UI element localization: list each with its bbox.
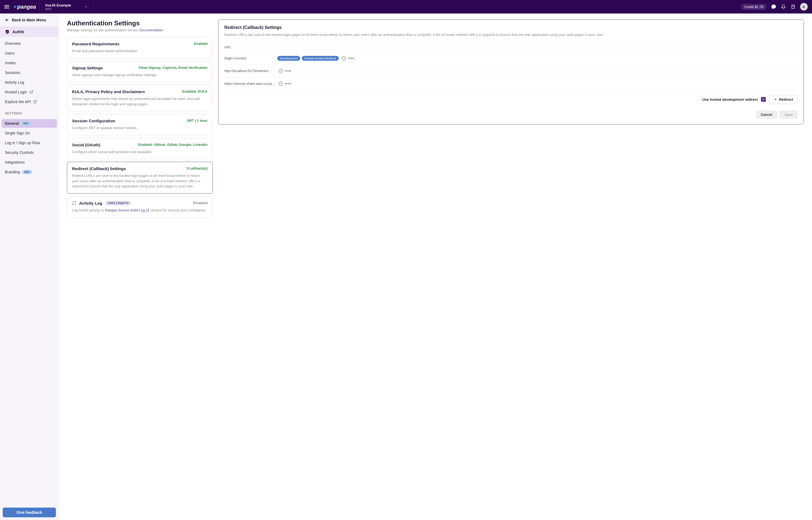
url-pill: Default Hosted Redirect (302, 56, 339, 61)
settings-card[interactable]: Social (OAuth)Enabled: Github, Gitlab, G… (67, 138, 213, 159)
sidebar-item-users[interactable]: Users (0, 48, 58, 58)
svg-line-6 (34, 100, 36, 102)
remove-url-icon[interactable] (278, 69, 283, 73)
remove-url-icon[interactable] (341, 56, 346, 61)
sidebar-item-sessions[interactable]: Sessions (0, 68, 58, 77)
card-desc: Email and password based authentication (72, 48, 208, 54)
page-subtitle: Manage settings for the authentication s… (67, 28, 213, 32)
sidebar-item-explore-the-api[interactable]: Explore the API (0, 97, 58, 107)
card-desc: Configure which social auth providers ar… (72, 149, 208, 155)
add-redirect-button[interactable]: Redirect (769, 95, 798, 104)
sidebar-item-integrations[interactable]: Integrations (0, 157, 58, 167)
uses-credits-badge: USES CREDITS (105, 201, 131, 205)
service-header: AuthN (0, 27, 58, 37)
card-title: Social (OAuth) (72, 142, 100, 147)
shield-check-icon (5, 29, 10, 34)
url-column-header: URL (224, 43, 798, 52)
card-status: Enabled (194, 42, 208, 46)
project-selector[interactable]: VueJS Example AWS (40, 2, 94, 12)
credit-badge[interactable]: Credit $2.76 (741, 4, 767, 10)
project-name: VueJS Example (45, 3, 71, 7)
more-options-icon[interactable]: ••• (286, 69, 291, 73)
more-options-icon[interactable]: ••• (286, 81, 291, 86)
hosted-redirect-checkbox[interactable]: ✓ (761, 97, 766, 102)
redirect-settings-panel: Redirect (Callback) Settings Redirect UR… (218, 20, 804, 125)
detail-desc: Redirect URLs are sent to the hosted log… (224, 32, 798, 37)
settings-card[interactable]: Session ConfigurationJWT | 1 hourConfigu… (67, 114, 213, 135)
sidebar-item-overview[interactable]: Overview (0, 38, 58, 48)
save-button: Save (780, 110, 798, 119)
sidebar-item-branding[interactable]: BrandingDEV (0, 167, 58, 177)
card-status: Allow Signup, Captcha, Email Verificatio… (138, 66, 208, 70)
url-pill: Development (277, 56, 300, 61)
sidebar-item-single-sign-on[interactable]: Single Sign On (0, 128, 58, 138)
card-title: Password Requirements (72, 42, 119, 46)
docs-icon[interactable] (790, 4, 796, 9)
sidebar-item-activity-log[interactable]: Activity Log (0, 77, 58, 87)
project-sub: AWS (45, 7, 71, 10)
remove-url-icon[interactable] (278, 81, 283, 86)
settings-card[interactable]: Activity LogUSES CREDITSDisabledLog Auth… (67, 196, 213, 217)
card-desc: Configure JWT or opaque session tokens. (72, 125, 208, 131)
card-desc: Redirect URLs are sent to the hosted log… (72, 173, 208, 189)
cancel-button[interactable]: Cancel (756, 110, 777, 119)
activity-icon (72, 201, 76, 205)
redirect-url-row: http://localhost:5173/redirect••• (224, 65, 798, 77)
redirect-url: https://secure.share.aws.us.pang (224, 81, 276, 85)
sidebar-item-invites[interactable]: Invites (0, 58, 58, 68)
back-to-main[interactable]: Back to Main Menu (0, 14, 58, 27)
avatar[interactable]: K (800, 3, 808, 10)
menu-toggle[interactable] (3, 4, 10, 9)
audit-log-link[interactable]: Pangea Secure Audit Log (105, 208, 150, 212)
redirect-url-row: /login-successDevelopmentDefault Hosted … (224, 52, 798, 65)
logo[interactable]: <pangea (14, 4, 36, 10)
redirect-url-row: https://secure.share.aws.us.pang••• (224, 77, 798, 90)
bell-icon[interactable] (781, 4, 786, 9)
hosted-redirect-label: Use hosted development redirect (702, 98, 758, 102)
documentation-link[interactable]: Documentation (139, 28, 163, 32)
card-title: Activity LogUSES CREDITS (72, 201, 131, 205)
card-title: Session Configuration (72, 119, 115, 123)
sidebar-item-security-controls[interactable]: Security Controls (0, 148, 58, 157)
card-title: EULA, Privacy Policy and Disclaimers (72, 89, 145, 94)
card-status: 3 callback(s) (186, 166, 208, 171)
sidebar-item-hosted-login[interactable]: Hosted Login (0, 87, 58, 97)
settings-card[interactable]: Password RequirementsEnabledEmail and pa… (67, 37, 213, 58)
sidebar-item-general[interactable]: GeneralDEV (2, 119, 57, 128)
card-status: Enabled: EULA (182, 89, 208, 94)
settings-card[interactable]: Signup SettingsAllow Signup, Captcha, Em… (67, 61, 213, 82)
chevron-down-icon (84, 5, 88, 9)
redirect-url: http://localhost:5173/redirect (224, 69, 276, 73)
more-options-icon[interactable]: ••• (349, 56, 354, 61)
card-desc: Log AuthN activity to Pangea Secure Audi… (72, 208, 208, 213)
dev-badge: DEV (22, 170, 32, 174)
redirect-url: /login-success (224, 56, 276, 60)
card-desc: Allow signups and manage signup verifica… (72, 72, 208, 78)
card-title: Signup Settings (72, 66, 103, 70)
card-status: JWT | 1 hour (186, 119, 208, 123)
dev-badge: DEV (21, 122, 31, 126)
back-label: Back to Main Menu (12, 18, 46, 22)
card-status: Enabled: Github, Gitlab, Google, Linkedi… (138, 142, 208, 147)
settings-label: SETTINGS (0, 108, 58, 117)
page-title: Authentication Settings (67, 20, 213, 27)
settings-card[interactable]: EULA, Privacy Policy and DisclaimersEnab… (67, 85, 213, 111)
settings-card[interactable]: Redirect (Callback) Settings3 callback(s… (67, 162, 213, 193)
card-desc: Define legal agreements that should be p… (72, 96, 208, 107)
svg-line-7 (148, 209, 149, 211)
svg-line-5 (31, 91, 32, 92)
sidebar-item-log-in-sign-up-flow[interactable]: Log in / Sign up Flow (0, 138, 58, 148)
card-title: Redirect (Callback) Settings (72, 166, 126, 171)
card-status: Disabled (193, 201, 208, 205)
detail-title: Redirect (Callback) Settings (224, 25, 798, 30)
feedback-button[interactable]: Give feedback (3, 508, 56, 517)
chat-icon[interactable] (771, 4, 776, 9)
